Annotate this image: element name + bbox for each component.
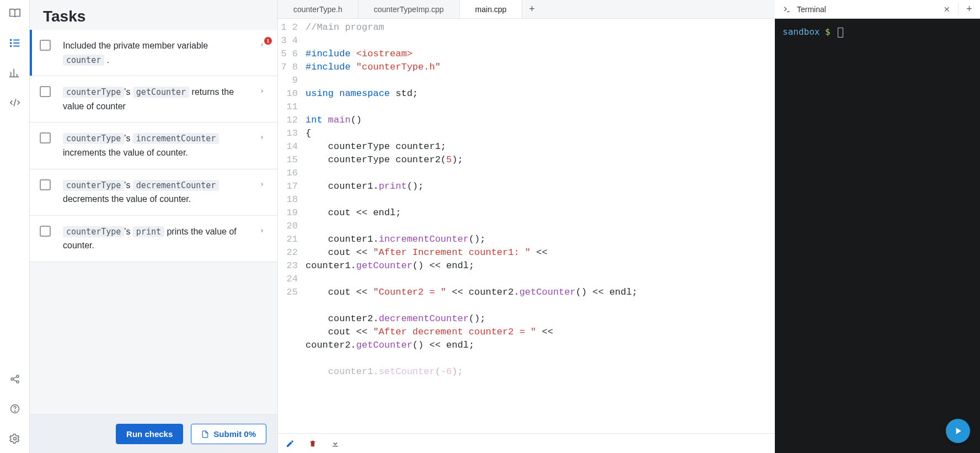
terminal-tabs: Terminal ✕ + bbox=[775, 0, 980, 19]
line-gutter: 1 2 3 4 5 6 7 8 9 10 11 12 13 14 15 16 1… bbox=[278, 19, 302, 433]
task-checkbox[interactable] bbox=[40, 179, 51, 190]
terminal-prompt: sandbox bbox=[783, 26, 820, 37]
editor-tabs: counterType.hcounterTypeImp.cppmain.cpp+ bbox=[278, 0, 775, 19]
download-icon[interactable] bbox=[331, 439, 340, 448]
chevron-right-icon[interactable] bbox=[255, 180, 269, 189]
delete-icon[interactable] bbox=[309, 439, 317, 448]
close-icon[interactable]: ✕ bbox=[944, 5, 950, 14]
task-item[interactable]: counterType's print prints the value of … bbox=[30, 215, 277, 262]
editor-tab[interactable]: counterTypeImp.cpp bbox=[358, 0, 460, 18]
task-checkbox[interactable] bbox=[40, 226, 51, 237]
chevron-right-icon[interactable]: 1 bbox=[255, 40, 269, 49]
code-content[interactable]: //Main program #include <iostream> #incl… bbox=[302, 19, 638, 433]
share-icon[interactable] bbox=[8, 372, 22, 386]
tasks-list: Included the private member variable cou… bbox=[30, 30, 277, 414]
tasks-icon[interactable] bbox=[8, 36, 22, 50]
terminal-tab-label: Terminal bbox=[797, 5, 826, 14]
svg-line-14 bbox=[13, 377, 17, 379]
task-text: counterType's incrementCounter increment… bbox=[63, 131, 251, 159]
svg-point-5 bbox=[10, 46, 11, 47]
help-icon[interactable] bbox=[8, 402, 22, 415]
edit-icon[interactable] bbox=[286, 439, 294, 448]
editor-toolbar bbox=[278, 433, 775, 453]
book-icon[interactable] bbox=[8, 7, 22, 20]
notification-badge: 1 bbox=[264, 37, 272, 45]
code-icon[interactable] bbox=[8, 96, 22, 109]
task-checkbox[interactable] bbox=[40, 40, 51, 51]
svg-line-10 bbox=[14, 99, 16, 106]
tasks-footer: Run checks Submit 0% bbox=[30, 414, 277, 453]
svg-line-15 bbox=[13, 380, 17, 381]
editor-tab[interactable]: counterType.h bbox=[278, 0, 358, 18]
stats-icon[interactable] bbox=[8, 66, 22, 79]
settings-icon[interactable] bbox=[8, 432, 22, 445]
task-text: counterType's decrementCounter decrement… bbox=[63, 178, 251, 206]
submit-button[interactable]: Submit 0% bbox=[191, 424, 266, 444]
icon-sidebar bbox=[0, 0, 30, 453]
tasks-panel: Tasks Included the private member variab… bbox=[30, 0, 278, 453]
terminal-dollar: $ bbox=[825, 26, 836, 37]
task-item[interactable]: Included the private member variable cou… bbox=[30, 30, 277, 76]
task-item[interactable]: counterType's getCounter returns the val… bbox=[30, 76, 277, 122]
submit-label: Submit 0% bbox=[213, 429, 256, 439]
run-fab-button[interactable] bbox=[946, 419, 970, 443]
svg-point-18 bbox=[13, 438, 16, 440]
task-text: counterType's print prints the value of … bbox=[63, 225, 251, 253]
task-text: Included the private member variable cou… bbox=[63, 39, 251, 67]
tasks-header: Tasks bbox=[30, 0, 277, 30]
terminal-tab[interactable]: Terminal ✕ bbox=[775, 0, 958, 18]
svg-point-4 bbox=[10, 42, 11, 44]
run-checks-button[interactable]: Run checks bbox=[116, 424, 183, 444]
terminal-panel: Terminal ✕ + sandbox $ bbox=[775, 0, 980, 453]
code-area[interactable]: 1 2 3 4 5 6 7 8 9 10 11 12 13 14 15 16 1… bbox=[278, 19, 775, 433]
svg-point-17 bbox=[14, 411, 15, 412]
task-text: counterType's getCounter returns the val… bbox=[63, 85, 251, 113]
task-checkbox[interactable] bbox=[40, 86, 51, 97]
svg-point-3 bbox=[10, 40, 11, 41]
task-checkbox[interactable] bbox=[40, 132, 51, 143]
chevron-right-icon[interactable] bbox=[255, 133, 269, 142]
editor-panel: counterType.hcounterTypeImp.cppmain.cpp+… bbox=[278, 0, 775, 453]
add-editor-tab[interactable]: + bbox=[522, 3, 541, 15]
task-item[interactable]: counterType's incrementCounter increment… bbox=[30, 122, 277, 169]
editor-tab[interactable]: main.cpp bbox=[460, 0, 523, 18]
terminal-body[interactable]: sandbox $ bbox=[775, 19, 980, 453]
task-item[interactable]: counterType's decrementCounter decrement… bbox=[30, 169, 277, 216]
chevron-right-icon[interactable] bbox=[255, 226, 269, 235]
terminal-cursor bbox=[838, 28, 843, 38]
tasks-title: Tasks bbox=[43, 8, 264, 25]
add-terminal-tab[interactable]: + bbox=[958, 3, 980, 15]
chevron-right-icon[interactable] bbox=[255, 87, 269, 95]
